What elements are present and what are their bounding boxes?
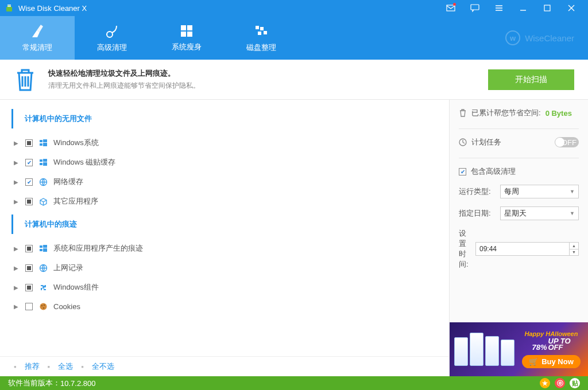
date-label: 指定日期: — [459, 208, 496, 219]
item-checkbox[interactable] — [25, 303, 33, 310]
item-checkbox[interactable] — [25, 245, 33, 252]
trash-small-icon — [459, 109, 467, 117]
saved-value: 0 Bytes — [546, 109, 572, 118]
buy-label: Buy Now — [541, 357, 574, 366]
globe-icon — [38, 263, 48, 272]
nav-label: 磁盘整理 — [246, 42, 276, 53]
expand-icon[interactable]: ▶ — [14, 198, 20, 205]
cart-icon: 🛒 — [529, 357, 538, 366]
list-item[interactable]: ▶Windows 磁贴缓存 — [0, 153, 449, 172]
brand-logo-icon: w — [505, 30, 520, 45]
minimize-button[interactable] — [511, 0, 535, 16]
spin-up[interactable]: ▲ — [570, 243, 578, 249]
info-text: 快速轻松地清理垃圾文件及上网痕迹。 清理无用文件和上网痕迹能够节省空间保护隐私。 — [48, 68, 200, 91]
nav-label: 系统瘦身 — [172, 42, 202, 52]
scroll-area[interactable]: 计算机中的无用文件 ▶Windows系统▶Windows 磁贴缓存▶网络缓存▶其… — [0, 106, 449, 356]
recommend-link[interactable]: 推荐 — [25, 361, 40, 372]
expand-icon[interactable]: ▶ — [14, 245, 20, 252]
section-title: 计算机中的无用文件 — [11, 109, 449, 128]
expand-icon[interactable]: ▶ — [14, 303, 20, 310]
deselect-all-link[interactable]: 全不选 — [92, 361, 114, 372]
nav-disk-defrag[interactable]: 磁盘整理 — [224, 16, 299, 60]
toggle-text: OFF — [562, 138, 577, 147]
close-button[interactable] — [559, 0, 583, 16]
item-checkbox[interactable] — [25, 178, 33, 186]
status-right: ★ ⓔ 贴 — [540, 378, 580, 388]
nav-common-clean[interactable]: 常规清理 — [0, 16, 75, 60]
svg-rect-2 — [447, 5, 455, 11]
list-item[interactable]: ▶系统和应用程序产生的痕迹 — [0, 239, 449, 258]
item-checkbox[interactable] — [25, 139, 33, 147]
select-all-link[interactable]: 全选 — [58, 361, 73, 372]
svg-rect-11 — [260, 27, 264, 30]
chevron-down-icon: ▼ — [570, 210, 575, 216]
svg-rect-0 — [6, 7, 12, 11]
list-item[interactable]: ▶上网记录 — [0, 258, 449, 278]
item-checkbox[interactable] — [25, 198, 33, 205]
include-adv-row: 包含高级清理 — [459, 166, 579, 177]
svg-point-28 — [40, 303, 47, 310]
item-label: Cookies — [53, 302, 80, 311]
date-select[interactable]: 星期天▼ — [500, 206, 579, 220]
time-input[interactable] — [476, 243, 569, 255]
svg-rect-16 — [40, 143, 42, 146]
svg-rect-25 — [40, 249, 42, 251]
svg-rect-21 — [43, 162, 47, 166]
svg-point-31 — [43, 307, 44, 309]
expand-icon[interactable]: ▶ — [14, 159, 20, 166]
mail-icon[interactable] — [439, 0, 463, 16]
item-label: Windows系统 — [53, 138, 99, 148]
expand-icon[interactable]: ▶ — [14, 179, 20, 185]
spin-down[interactable]: ▼ — [570, 249, 578, 256]
schedule-toggle[interactable]: OFF — [555, 137, 579, 147]
cookie-icon — [38, 302, 48, 311]
list-item[interactable]: ▶Windows系统 — [0, 133, 449, 153]
list-item[interactable]: ▶其它应用程序 — [0, 192, 449, 211]
svg-point-30 — [44, 305, 45, 306]
menu-icon[interactable] — [487, 0, 511, 16]
info-sub: 清理无用文件和上网痕迹能够节省空间保护隐私。 — [48, 81, 200, 91]
expand-icon[interactable]: ▶ — [14, 284, 20, 291]
brand-text: WiseCleaner — [525, 33, 574, 43]
nav-label: 高级清理 — [97, 42, 127, 53]
svg-rect-6 — [181, 25, 186, 30]
broom-icon — [29, 23, 45, 39]
status-bar: 软件当前版本： 10.7.2.800 ★ ⓔ 贴 — [0, 376, 588, 390]
saved-label: 已累计帮您节省空间: — [471, 108, 541, 118]
start-scan-button[interactable]: 开始扫描 — [488, 69, 574, 90]
svg-rect-19 — [43, 159, 47, 162]
item-checkbox[interactable] — [25, 264, 33, 272]
info-title: 快速轻松地清理垃圾文件及上网痕迹。 — [48, 68, 200, 79]
item-checkbox[interactable] — [25, 284, 33, 291]
tieba-icon[interactable]: 贴 — [570, 378, 580, 388]
list-item[interactable]: ▶Cookies — [0, 297, 449, 315]
version-label: 软件当前版本： — [8, 378, 60, 388]
svg-rect-13 — [264, 31, 267, 34]
promo-banner[interactable]: Happy HAlloween 78%UP TOOFF 🛒Buy Now — [450, 322, 588, 376]
item-checkbox[interactable] — [25, 159, 33, 166]
buy-now-button[interactable]: 🛒Buy Now — [522, 355, 581, 368]
svg-rect-14 — [40, 140, 42, 142]
item-label: 其它应用程序 — [53, 196, 98, 206]
runtype-row: 运行类型: 每周▼ — [459, 185, 579, 198]
nav-advanced-clean[interactable]: 高级清理 — [75, 16, 149, 60]
nav-label: 常规清理 — [22, 42, 52, 53]
nav-system-slim[interactable]: 系统瘦身 — [149, 16, 224, 60]
left-pane: 计算机中的无用文件 ▶Windows系统▶Windows 磁贴缓存▶网络缓存▶其… — [0, 100, 449, 376]
app-icon — [5, 3, 14, 13]
star-icon[interactable]: ★ — [540, 378, 550, 388]
footer-links: ▪ 推荐 ▪ 全选 ▪ 全不选 — [0, 356, 449, 376]
expand-icon[interactable]: ▶ — [14, 140, 20, 146]
feedback-icon[interactable] — [463, 0, 487, 16]
svg-rect-26 — [43, 248, 47, 252]
maximize-button[interactable] — [535, 0, 559, 16]
list-item[interactable]: ▶网络缓存 — [0, 172, 449, 192]
include-adv-checkbox[interactable] — [459, 168, 466, 176]
trash-icon — [14, 67, 37, 92]
win-icon — [38, 244, 48, 253]
runtype-select[interactable]: 每周▼ — [500, 185, 579, 198]
windows-icon — [179, 24, 194, 38]
expand-icon[interactable]: ▶ — [14, 265, 20, 271]
weibo-icon[interactable]: ⓔ — [555, 378, 565, 388]
list-item[interactable]: ▶Windows组件 — [0, 278, 449, 297]
